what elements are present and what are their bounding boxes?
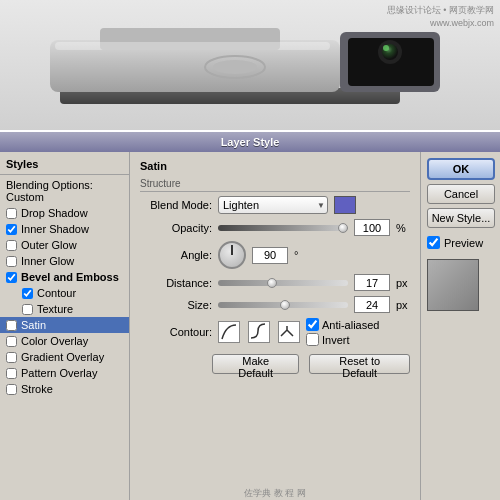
svg-point-9 bbox=[213, 60, 257, 74]
style-item-inner-glow[interactable]: Inner Glow bbox=[0, 253, 129, 269]
color-overlay-checkbox[interactable] bbox=[6, 336, 17, 347]
angle-input[interactable] bbox=[252, 247, 288, 264]
style-item-pattern-overlay[interactable]: Pattern Overlay bbox=[0, 365, 129, 381]
blend-mode-select-wrapper[interactable]: Normal Dissolve Multiply Screen Overlay … bbox=[218, 196, 328, 214]
make-default-button[interactable]: Make Default bbox=[212, 354, 299, 374]
contour-checkboxes: Anti-aliased Invert bbox=[306, 318, 379, 346]
section-subtitle: Structure bbox=[140, 178, 410, 192]
invert-checkbox[interactable] bbox=[306, 333, 319, 346]
reset-to-default-button[interactable]: Reset to Default bbox=[309, 354, 410, 374]
size-input[interactable] bbox=[354, 296, 390, 313]
angle-unit: ° bbox=[294, 249, 298, 261]
size-slider-thumb[interactable] bbox=[280, 300, 290, 310]
inner-glow-checkbox[interactable] bbox=[6, 256, 17, 267]
blend-mode-label: Blend Mode: bbox=[140, 199, 212, 211]
gradient-overlay-label: Gradient Overlay bbox=[21, 351, 104, 363]
size-unit: px bbox=[396, 299, 408, 311]
style-item-color-overlay[interactable]: Color Overlay bbox=[0, 333, 129, 349]
preview-checkbox[interactable] bbox=[427, 236, 440, 249]
satin-checkbox[interactable] bbox=[6, 320, 17, 331]
texture-label: Texture bbox=[37, 303, 73, 315]
stroke-checkbox[interactable] bbox=[6, 384, 17, 395]
svg-rect-10 bbox=[55, 42, 330, 50]
camera-svg bbox=[40, 10, 460, 120]
opacity-row: Opacity: % bbox=[140, 219, 410, 236]
contour-preview-3[interactable] bbox=[278, 321, 300, 343]
section-title: Satin bbox=[140, 160, 410, 172]
opacity-input[interactable] bbox=[354, 219, 390, 236]
angle-row: Angle: ° bbox=[140, 241, 410, 269]
contour-preview-2[interactable] bbox=[248, 321, 270, 343]
contour-curve2-icon bbox=[249, 322, 267, 340]
preview-image-area: 思缘设计论坛 • 网页教学网 www.webjx.com bbox=[0, 0, 500, 130]
size-slider-track[interactable] bbox=[218, 302, 348, 308]
style-item-bevel-emboss[interactable]: Bevel and Emboss bbox=[0, 269, 129, 285]
size-row: Size: px bbox=[140, 296, 410, 313]
ok-button[interactable]: OK bbox=[427, 158, 495, 180]
opacity-slider-thumb[interactable] bbox=[338, 223, 348, 233]
inner-shadow-label: Inner Shadow bbox=[21, 223, 89, 235]
angle-label: Angle: bbox=[140, 249, 212, 261]
distance-slider-track[interactable] bbox=[218, 280, 348, 286]
contour-row: Contour: bbox=[140, 318, 410, 346]
inner-shadow-checkbox[interactable] bbox=[6, 224, 17, 235]
contour-form-label: Contour: bbox=[140, 326, 212, 338]
style-item-outer-glow[interactable]: Outer Glow bbox=[0, 237, 129, 253]
contour-curve3-icon bbox=[279, 322, 297, 340]
new-style-button[interactable]: New Style... bbox=[427, 208, 495, 228]
distance-row: Distance: px bbox=[140, 274, 410, 291]
styles-panel-header: Styles bbox=[0, 156, 129, 175]
watermark-bottom: 佐学典 教 程 网 bbox=[244, 487, 306, 500]
stroke-label: Stroke bbox=[21, 383, 53, 395]
color-overlay-label: Color Overlay bbox=[21, 335, 88, 347]
invert-label: Invert bbox=[322, 334, 350, 346]
pattern-overlay-label: Pattern Overlay bbox=[21, 367, 97, 379]
satin-label: Satin bbox=[21, 319, 46, 331]
distance-unit: px bbox=[396, 277, 408, 289]
distance-slider-thumb[interactable] bbox=[267, 278, 277, 288]
opacity-slider-track[interactable] bbox=[218, 225, 348, 231]
style-item-satin[interactable]: Satin bbox=[0, 317, 129, 333]
layer-style-dialog: Layer Style Styles Blending Options: Cus… bbox=[0, 130, 500, 500]
anti-aliased-checkbox[interactable] bbox=[306, 318, 319, 331]
distance-input[interactable] bbox=[354, 274, 390, 291]
contour-curve-icon bbox=[220, 323, 238, 341]
angle-dial[interactable] bbox=[218, 241, 246, 269]
anti-aliased-label: Anti-aliased bbox=[322, 319, 379, 331]
anti-aliased-item[interactable]: Anti-aliased bbox=[306, 318, 379, 331]
invert-item[interactable]: Invert bbox=[306, 333, 379, 346]
opacity-label: Opacity: bbox=[140, 222, 212, 234]
svg-point-7 bbox=[383, 45, 389, 51]
preview-checkbox-row[interactable]: Preview bbox=[427, 236, 494, 249]
style-subitem-texture[interactable]: Texture bbox=[0, 301, 129, 317]
bevel-emboss-label: Bevel and Emboss bbox=[21, 271, 119, 283]
bevel-emboss-checkbox[interactable] bbox=[6, 272, 17, 283]
outer-glow-label: Outer Glow bbox=[21, 239, 77, 251]
style-item-inner-shadow[interactable]: Inner Shadow bbox=[0, 221, 129, 237]
styles-panel: Styles Blending Options: Custom Drop Sha… bbox=[0, 152, 130, 500]
contour-label: Contour bbox=[37, 287, 76, 299]
distance-label: Distance: bbox=[140, 277, 212, 289]
opacity-unit: % bbox=[396, 222, 406, 234]
pattern-overlay-checkbox[interactable] bbox=[6, 368, 17, 379]
style-subitem-contour[interactable]: Contour bbox=[0, 285, 129, 301]
texture-checkbox[interactable] bbox=[22, 304, 33, 315]
contour-preview-1[interactable] bbox=[218, 321, 240, 343]
bottom-buttons: Make Default Reset to Default bbox=[212, 354, 410, 374]
style-item-gradient-overlay[interactable]: Gradient Overlay bbox=[0, 349, 129, 365]
blend-mode-select[interactable]: Normal Dissolve Multiply Screen Overlay … bbox=[218, 196, 328, 214]
cancel-button[interactable]: Cancel bbox=[427, 184, 495, 204]
contour-checkbox[interactable] bbox=[22, 288, 33, 299]
style-item-stroke[interactable]: Stroke bbox=[0, 381, 129, 397]
size-label: Size: bbox=[140, 299, 212, 311]
blend-mode-color-swatch[interactable] bbox=[334, 196, 356, 214]
style-item-blending-options[interactable]: Blending Options: Custom bbox=[0, 177, 129, 205]
dialog-titlebar: Layer Style bbox=[0, 132, 500, 152]
preview-swatch bbox=[427, 259, 479, 311]
gradient-overlay-checkbox[interactable] bbox=[6, 352, 17, 363]
angle-line bbox=[231, 245, 233, 255]
right-panel: OK Cancel New Style... Preview bbox=[420, 152, 500, 500]
style-item-drop-shadow[interactable]: Drop Shadow bbox=[0, 205, 129, 221]
outer-glow-checkbox[interactable] bbox=[6, 240, 17, 251]
drop-shadow-checkbox[interactable] bbox=[6, 208, 17, 219]
